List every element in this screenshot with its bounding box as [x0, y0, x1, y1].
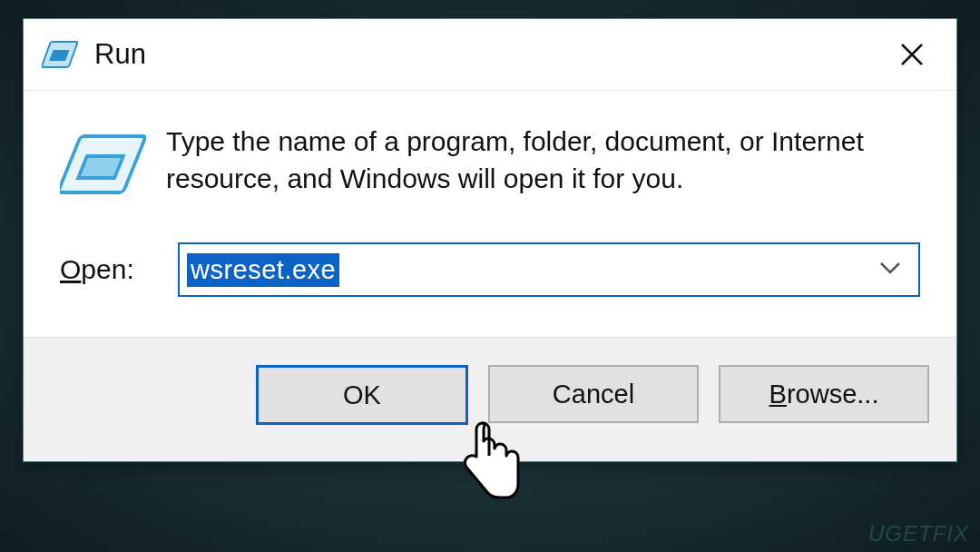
chevron-down-icon[interactable]	[878, 261, 902, 279]
cancel-button-label: Cancel	[553, 380, 634, 409]
open-field-row: Open: wsreset.exe	[24, 228, 956, 337]
dialog-body: Type the name of a program, folder, docu…	[24, 91, 956, 228]
run-dialog: Run Type the name of a program, folder, …	[23, 18, 957, 462]
run-icon	[42, 36, 78, 73]
ok-button-label: OK	[343, 380, 381, 410]
close-button[interactable]	[886, 28, 938, 81]
browse-button[interactable]: Browse...	[719, 365, 929, 423]
ok-button[interactable]: OK	[256, 365, 468, 425]
dialog-footer: OK Cancel Browse...	[24, 337, 956, 461]
watermark: UGETFIX	[868, 521, 969, 547]
cancel-button[interactable]: Cancel	[488, 365, 699, 423]
dialog-title: Run	[94, 38, 886, 71]
open-combobox[interactable]: wsreset.exe	[178, 242, 920, 297]
titlebar: Run	[24, 19, 956, 91]
close-icon	[898, 41, 926, 68]
open-input-value[interactable]: wsreset.exe	[187, 253, 339, 287]
browse-button-label: Browse...	[769, 380, 879, 409]
open-label: Open:	[60, 254, 178, 285]
dialog-description: Type the name of a program, folder, docu…	[146, 123, 920, 210]
run-large-icon	[60, 129, 146, 210]
